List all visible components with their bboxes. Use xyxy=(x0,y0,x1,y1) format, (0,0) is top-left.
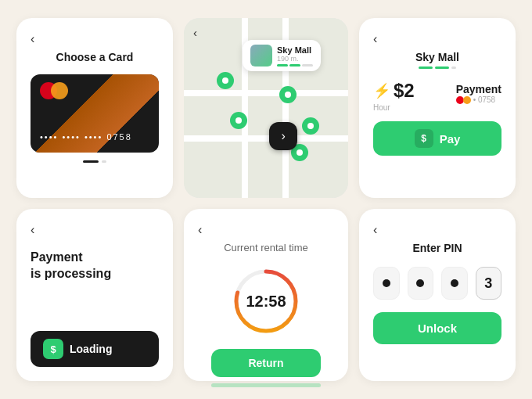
pin-digit-2 xyxy=(408,267,434,300)
card-number: •••• •••• •••• 0758 xyxy=(40,132,132,142)
dot-1 xyxy=(277,64,288,66)
unlock-button[interactable]: Unlock xyxy=(373,312,501,344)
map-marker-5 xyxy=(279,86,297,103)
payment-info-row: ⚡ $2 Hour Payment • 0758 xyxy=(373,80,501,112)
map-panel: ‹ Sky Mall 190 m. xyxy=(184,18,348,198)
map-marker-4 xyxy=(302,117,319,135)
timer-title: Current rental time xyxy=(224,242,308,253)
map-road-h2 xyxy=(184,135,348,142)
map-back-btn[interactable]: ‹ xyxy=(193,26,197,39)
pin-dot-inner-1 xyxy=(383,279,390,287)
amount-section: ⚡ $2 Hour xyxy=(373,80,415,112)
pin-dot-inner-2 xyxy=(416,279,424,287)
pay-button[interactable]: $ Pay xyxy=(373,121,501,156)
timer-circle: 12:58 xyxy=(231,266,301,336)
sky-mall-title: Sky Mall xyxy=(373,51,501,63)
map-popup-dots xyxy=(277,64,313,66)
mc-mini-yellow xyxy=(463,96,471,104)
map-popup-name: Sky Mall xyxy=(277,45,313,55)
sm-dot-1 xyxy=(419,66,433,69)
mastercard-logo xyxy=(40,82,68,99)
sky-mall-indicator xyxy=(373,66,501,69)
payment-label: Payment xyxy=(456,83,501,95)
dot-3 xyxy=(302,64,313,66)
sm-dot-2 xyxy=(435,66,449,69)
map-road-h1 xyxy=(184,90,348,96)
pay-label: Pay xyxy=(440,132,461,146)
pin-title: Enter PIN xyxy=(373,242,501,254)
sky-mall-panel: ‹ Sky Mall ⚡ $2 Hour Payment • 0758 xyxy=(359,18,516,198)
lightning-icon: ⚡ xyxy=(373,82,390,99)
timer-hint xyxy=(211,383,320,387)
map-arrow-icon: › xyxy=(282,129,286,143)
card-sub-info: • 0758 xyxy=(456,95,501,104)
loading-label: Loading xyxy=(70,343,112,355)
timer-value: 12:58 xyxy=(246,293,286,311)
sm-dot-3 xyxy=(451,66,456,69)
map-popup: Sky Mall 190 m. xyxy=(243,40,321,71)
mc-yellow-circle xyxy=(51,82,68,99)
map-background: ‹ Sky Mall 190 m. xyxy=(184,18,348,198)
map-marker-1 xyxy=(230,112,247,129)
payment-amount: ⚡ $2 xyxy=(373,80,415,102)
processing-title: Payment is processing xyxy=(31,250,111,282)
pin-digit-4: 3 xyxy=(476,267,502,300)
pin-digit-3 xyxy=(441,267,468,300)
map-popup-distance: 190 m. xyxy=(277,55,313,63)
pay-dollar-icon: $ xyxy=(415,129,433,148)
pin-dot-row: 3 xyxy=(373,267,501,300)
choose-card-back[interactable]: ‹ xyxy=(31,32,46,46)
choose-card-panel: ‹ Choose a Card •••• •••• •••• 0758 xyxy=(16,18,173,198)
main-container: ‹ Choose a Card •••• •••• •••• 0758 ‹ xyxy=(2,4,530,395)
pin-dot-inner-3 xyxy=(451,279,458,287)
card-dot-1 xyxy=(83,160,99,163)
amount-value: $2 xyxy=(394,80,415,102)
pin-digit-1 xyxy=(373,267,400,300)
timer-panel: ‹ Current rental time 12:58 Return xyxy=(184,209,348,381)
pin-digit-4-value: 3 xyxy=(484,275,492,292)
choose-card-title: Choose a Card xyxy=(31,51,159,63)
payment-section: Payment • 0758 xyxy=(456,80,501,104)
timer-back[interactable]: ‹ xyxy=(198,223,214,237)
map-current-location: › xyxy=(269,122,297,150)
loading-button[interactable]: $ Loading xyxy=(31,331,159,367)
map-marker-2 xyxy=(217,72,234,89)
pin-panel: ‹ Enter PIN 3 Unlock xyxy=(359,209,516,381)
loading-dollar-icon: $ xyxy=(43,339,63,359)
dot-2 xyxy=(289,64,300,66)
map-popup-image xyxy=(250,45,272,66)
processing-panel: ‹ Payment is processing $ Loading xyxy=(16,209,173,381)
card-dot-2 xyxy=(102,160,106,163)
card-sub-number: • 0758 xyxy=(473,95,496,104)
timer-hint-bar xyxy=(211,383,320,387)
processing-back[interactable]: ‹ xyxy=(31,223,46,237)
pin-back[interactable]: ‹ xyxy=(373,223,389,237)
credit-card: •••• •••• •••• 0758 xyxy=(31,74,159,153)
sky-mall-back[interactable]: ‹ xyxy=(373,32,389,46)
return-button[interactable]: Return xyxy=(211,349,320,377)
amount-subtitle: Hour xyxy=(373,103,415,112)
map-popup-info: Sky Mall 190 m. xyxy=(277,45,313,66)
card-indicator xyxy=(31,160,159,163)
